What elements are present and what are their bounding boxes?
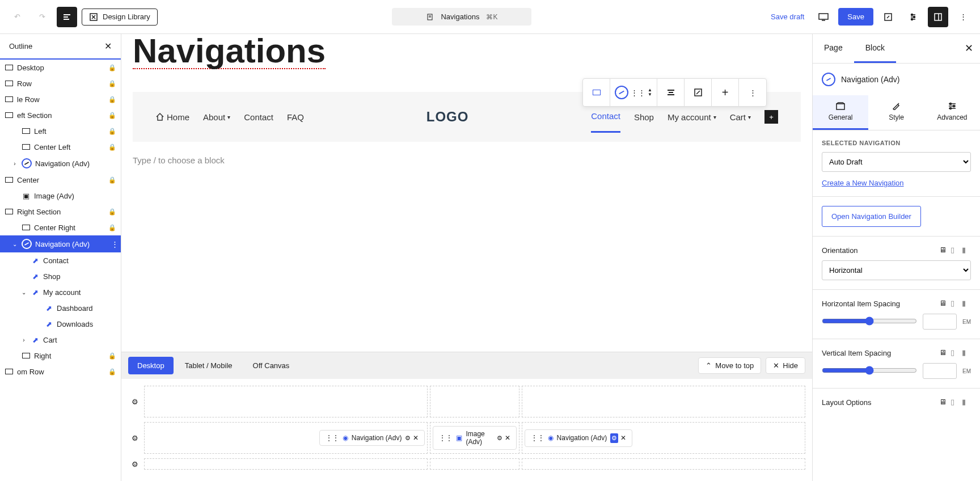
device-desktop-icon[interactable]: 🖥 (939, 398, 948, 407)
row-settings-button[interactable]: ⚙ (128, 386, 142, 417)
chevron-icon[interactable]: › (20, 337, 27, 343)
builder-cell[interactable]: ⋮⋮ ◉ Navigation (Adv) ⚙✕ (522, 422, 805, 454)
logo[interactable]: LOGO (426, 109, 469, 125)
outline-item[interactable]: ⬈Contact (0, 252, 121, 268)
subtab-style[interactable]: Style (868, 95, 924, 130)
builder-block-image[interactable]: ⋮⋮ ▣ Image (Adv) ⚙✕ (433, 426, 516, 450)
orientation-select[interactable]: Horizontal (822, 260, 971, 280)
builder-cell[interactable] (430, 458, 519, 470)
hide-builder-button[interactable]: ✕Hide (766, 357, 805, 374)
outline-item[interactable]: Right🔒 (0, 348, 121, 364)
builder-block-nav-selected[interactable]: ⋮⋮ ◉ Navigation (Adv) ⚙✕ (525, 429, 633, 447)
chevron-icon[interactable]: › (11, 161, 18, 167)
navigation-header-block[interactable]: ⋮⋮ ▲ ▼ + ⋮ Home About ▾ Cont (133, 92, 801, 142)
remove-block-icon[interactable]: ✕ (413, 434, 419, 442)
v-spacing-slider[interactable] (822, 366, 917, 375)
outline-item[interactable]: ⬈Shop (0, 268, 121, 284)
builder-cell[interactable] (144, 458, 428, 470)
align-button[interactable] (657, 79, 685, 106)
device-tablet-icon[interactable]: ▯ (951, 246, 960, 255)
drag-handle-icon[interactable]: ⋮⋮ (631, 88, 645, 97)
row-settings-button[interactable]: ⚙ (128, 422, 142, 454)
outline-item[interactable]: om Row🔒 (0, 364, 121, 379)
builder-tab-offcanvas[interactable]: Off Canvas (244, 357, 299, 374)
chevron-icon[interactable]: ⌄ (20, 289, 27, 296)
outline-item[interactable]: Center Left🔒 (0, 139, 121, 155)
edit-mode-button[interactable] (878, 7, 898, 27)
drag-handle-icon[interactable]: ⋮⋮ (439, 434, 453, 442)
more-options-button[interactable]: ⋮ (953, 7, 973, 27)
device-tablet-icon[interactable]: ▯ (951, 348, 960, 357)
outline-item[interactable]: Desktop🔒 (0, 60, 121, 75)
drag-handle-icon[interactable]: ⋮⋮ (326, 434, 339, 442)
block-settings-icon[interactable]: ⚙ (497, 434, 502, 442)
outline-item[interactable]: ›⬈Cart (0, 332, 121, 348)
create-navigation-link[interactable]: Create a New Navigation (822, 179, 904, 187)
move-to-top-button[interactable]: ⌃Move to top (698, 357, 761, 374)
builder-tab-tablet[interactable]: Tablet / Mobile (176, 357, 242, 374)
drag-handle-icon[interactable]: ⋮⋮ (531, 434, 544, 442)
outline-item[interactable]: ⌄Navigation (Adv)⋮ (0, 235, 121, 252)
device-mobile-icon[interactable]: ▮ (962, 348, 971, 357)
h-spacing-input[interactable] (923, 314, 957, 330)
link-button[interactable] (685, 79, 712, 106)
chevron-icon[interactable]: ⌄ (11, 241, 18, 247)
block-type-icon[interactable] (615, 86, 628, 99)
block-appender[interactable]: Type / to choose a block (133, 153, 801, 167)
outline-item[interactable]: ⬈Dashboard (0, 300, 121, 316)
device-desktop-icon[interactable]: 🖥 (939, 246, 948, 255)
block-more-button[interactable]: ⋮ (739, 79, 766, 106)
settings-toggle-button[interactable] (903, 7, 923, 27)
builder-block-nav[interactable]: ⋮⋮ ◉ Navigation (Adv) ⚙✕ (319, 430, 425, 446)
h-spacing-slider[interactable] (822, 317, 917, 326)
outline-item[interactable]: eft Section🔒 (0, 107, 121, 123)
builder-cell[interactable] (430, 386, 519, 417)
builder-cell[interactable] (522, 458, 805, 470)
device-mobile-icon[interactable]: ▮ (962, 246, 971, 255)
move-down-button[interactable]: ▼ (648, 92, 652, 97)
nav-link-about[interactable]: About ▾ (203, 112, 230, 122)
subtab-advanced[interactable]: Advanced (924, 95, 980, 130)
block-settings-icon[interactable]: ⚙ (610, 433, 618, 443)
nav-link-shop[interactable]: Shop (634, 112, 654, 122)
row-settings-button[interactable]: ⚙ (128, 458, 142, 470)
preview-button[interactable] (813, 7, 834, 27)
builder-tab-desktop[interactable]: Desktop (128, 357, 174, 374)
builder-cell[interactable] (144, 386, 428, 417)
nav-link-my-account[interactable]: My account ▾ (668, 112, 716, 122)
outline-item[interactable]: ▣Image (Adv) (0, 188, 121, 204)
device-tablet-icon[interactable]: ▯ (951, 398, 960, 407)
outline-item[interactable]: ⬈Downloads (0, 316, 121, 332)
parent-block-button[interactable] (583, 79, 610, 106)
sidebar-toggle-button[interactable] (928, 7, 948, 27)
v-spacing-input[interactable] (923, 363, 957, 379)
close-outline-button[interactable]: ✕ (104, 41, 112, 52)
outline-item[interactable]: le Row🔒 (0, 91, 121, 107)
device-desktop-icon[interactable]: 🖥 (939, 348, 948, 357)
outline-item[interactable]: Center Right🔒 (0, 220, 121, 235)
redo-button[interactable]: ↷ (32, 7, 52, 27)
builder-cell[interactable]: ⋮⋮ ◉ Navigation (Adv) ⚙✕ (144, 422, 428, 454)
list-view-button[interactable] (57, 7, 77, 27)
nav-link-contact-right[interactable]: Contact (591, 111, 620, 133)
device-desktop-icon[interactable]: 🖥 (939, 299, 948, 308)
subtab-general[interactable]: General (813, 95, 868, 130)
device-mobile-icon[interactable]: ▮ (962, 398, 971, 407)
add-nav-item-button[interactable]: + (764, 110, 778, 124)
builder-cell[interactable] (522, 386, 805, 417)
settings-tab-page[interactable]: Page (813, 34, 854, 63)
builder-cell[interactable]: ⋮⋮ ▣ Image (Adv) ⚙✕ (430, 422, 519, 454)
nav-link-faq[interactable]: FAQ (287, 112, 304, 122)
device-tablet-icon[interactable]: ▯ (951, 299, 960, 308)
selected-navigation-select[interactable]: Auto Draft (822, 152, 971, 172)
outline-item[interactable]: Left🔒 (0, 123, 121, 139)
outline-item[interactable]: ⌄⬈My account (0, 284, 121, 300)
document-title-bar[interactable]: Navigations ⌘K (392, 8, 531, 26)
page-title[interactable]: Navigations (133, 34, 326, 69)
outline-item[interactable]: Row🔒 (0, 75, 121, 91)
remove-block-icon[interactable]: ✕ (505, 434, 510, 442)
outline-item[interactable]: ›Navigation (Adv) (0, 155, 121, 172)
open-navigation-builder-button[interactable]: Open Navigation Builder (822, 206, 921, 227)
outline-item[interactable]: Right Section🔒 (0, 204, 121, 220)
add-block-button[interactable]: + (712, 79, 739, 106)
